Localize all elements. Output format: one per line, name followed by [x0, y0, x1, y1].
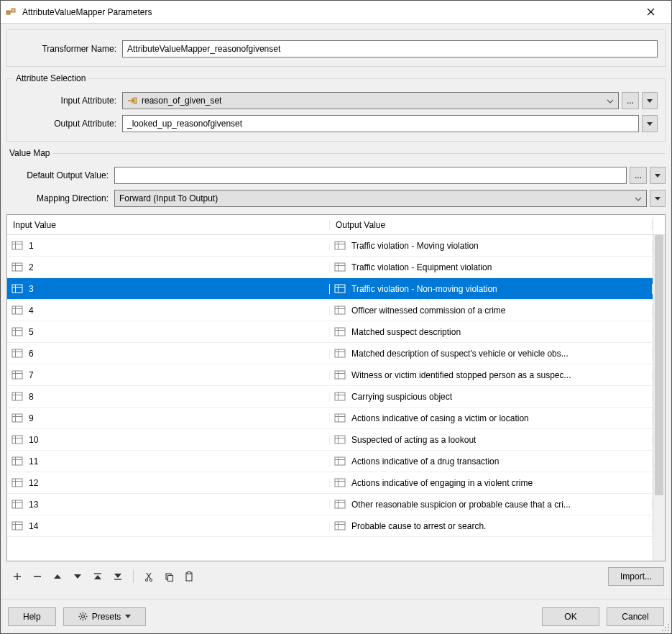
svg-rect-99	[662, 630, 663, 631]
move-up-button[interactable]	[48, 568, 67, 585]
column-header-input[interactable]: Input Value	[7, 220, 330, 230]
scissors-icon	[144, 572, 154, 582]
cell-output[interactable]: Suspected of acting as a lookout	[330, 435, 653, 445]
transformer-name-label: Transformer Name:	[14, 44, 122, 54]
move-down-button[interactable]	[68, 568, 87, 585]
cell-output[interactable]: Witness or victim identified stopped per…	[330, 370, 653, 380]
caret-down-icon	[647, 122, 653, 126]
table-row[interactable]: 10Suspected of acting as a lookout	[7, 429, 653, 451]
table-row[interactable]: 9Actions indicative of casing a victim o…	[7, 408, 653, 429]
input-attribute-combo[interactable]: reason_of_given_set	[122, 92, 619, 109]
cell-output[interactable]: Actions indicative of casing a victim or…	[330, 413, 653, 423]
cell-output-text: Actions indicative of a drug transaction	[351, 456, 499, 467]
cancel-button[interactable]: Cancel	[607, 607, 664, 626]
chevron-down-icon	[635, 193, 642, 203]
table-row[interactable]: 4 Officer witnessed commission of a crim…	[7, 300, 653, 321]
close-button[interactable]	[635, 2, 667, 22]
cell-input[interactable]: 14	[7, 521, 330, 531]
import-button[interactable]: Import...	[608, 567, 664, 586]
paste-button[interactable]	[180, 568, 198, 585]
svg-rect-95	[668, 627, 669, 628]
table-row[interactable]: 12Actions indicative of engaging in a vi…	[7, 472, 653, 494]
cell-input-text: 7	[29, 370, 34, 380]
svg-rect-97	[668, 630, 669, 631]
cell-output[interactable]: Matched description of suspect's vehicle…	[330, 349, 653, 359]
default-output-label: Default Output Value:	[6, 170, 114, 180]
input-attribute-browse-button[interactable]: ...	[622, 92, 639, 109]
table-row[interactable]: 1 Traffic violation - Moving violation	[7, 235, 653, 257]
cell-input[interactable]: 10	[7, 435, 330, 445]
cell-input[interactable]: 2	[7, 262, 330, 272]
cell-output[interactable]: Matched suspect description	[330, 327, 653, 337]
cell-input[interactable]: 11	[7, 456, 330, 467]
triangle-down-icon	[73, 574, 82, 579]
mapping-direction-value: Forward (Input To Output)	[119, 193, 218, 203]
cell-input[interactable]: 8	[7, 392, 330, 402]
output-attribute-menu-button[interactable]	[642, 115, 658, 132]
table-row[interactable]: 7Witness or victim identified stopped pe…	[7, 364, 653, 386]
mapping-direction-menu-button[interactable]	[650, 190, 666, 207]
table-row[interactable]: 5Matched suspect description	[7, 321, 653, 343]
cell-output-text: Officer witnessed commission of a crime	[351, 305, 506, 316]
cell-output[interactable]: Other reasonable suspicion or probable c…	[330, 500, 653, 510]
resize-grip-icon[interactable]	[661, 622, 671, 633]
table-body: 1 Traffic violation - Moving violation2T…	[7, 235, 653, 561]
cell-input[interactable]: 9	[7, 413, 330, 423]
value-map-group: Value Map Default Output Value: ... Mapp…	[6, 153, 666, 599]
table-row[interactable]: 3Traffic violation - Non-moving violatio…	[7, 278, 653, 300]
svg-point-87	[145, 579, 147, 581]
cell-output[interactable]: Officer witnessed commission of a crime	[330, 305, 653, 316]
svg-rect-36	[335, 349, 345, 357]
cell-output-text: Matched description of suspect's vehicle…	[351, 349, 569, 359]
cell-output[interactable]: Probable cause to arrest or search.	[330, 521, 653, 531]
svg-rect-3	[12, 242, 22, 249]
column-header-output[interactable]: Output Value	[330, 220, 653, 230]
default-output-menu-button[interactable]	[650, 167, 666, 184]
cell-input[interactable]: 3	[7, 284, 330, 294]
cell-input[interactable]: 1	[7, 241, 330, 251]
table-row[interactable]: 2Traffic violation - Equipment violation	[7, 257, 653, 278]
cell-input[interactable]: 7	[7, 370, 330, 380]
vertical-scrollbar[interactable]	[653, 235, 665, 561]
add-row-button[interactable]	[8, 568, 27, 585]
cell-output[interactable]: Actions indicative of engaging in a viol…	[330, 478, 653, 488]
table-row[interactable]: 13Other reasonable suspicion or probable…	[7, 494, 653, 515]
cell-output[interactable]: Traffic violation - Moving violation	[330, 241, 653, 251]
table-row[interactable]: 6Matched description of suspect's vehicl…	[7, 343, 653, 364]
mapping-direction-combo[interactable]: Forward (Input To Output)	[114, 190, 647, 207]
default-output-input[interactable]	[114, 167, 627, 184]
copy-button[interactable]	[160, 568, 178, 585]
cell-output[interactable]: Traffic violation - Non-moving violation	[330, 284, 653, 294]
cell-output[interactable]: Carrying suspicious object	[330, 392, 653, 402]
cell-input[interactable]: 6	[7, 349, 330, 359]
table-row[interactable]: 14 Probable cause to arrest or search.	[7, 515, 653, 537]
presets-button[interactable]: Presets	[63, 607, 147, 626]
cell-output-text: Probable cause to arrest or search.	[351, 521, 486, 531]
help-button[interactable]: Help	[8, 607, 56, 626]
table-row[interactable]: 8Carrying suspicious object	[7, 386, 653, 408]
default-output-browse-button[interactable]: ...	[630, 167, 647, 184]
svg-rect-6	[335, 242, 345, 249]
svg-rect-45	[12, 392, 22, 400]
svg-rect-54	[335, 414, 345, 422]
output-attribute-input[interactable]: _looked_up_reasonofgivenset	[122, 115, 639, 132]
cell-input[interactable]: 13	[7, 500, 330, 510]
move-bottom-button[interactable]	[109, 568, 127, 585]
cut-button[interactable]	[139, 568, 158, 585]
cell-output[interactable]: Actions indicative of a drug transaction	[330, 456, 653, 467]
transformer-name-input[interactable]: AttributeValueMapper_reasonofgivenset	[122, 40, 658, 58]
remove-row-button[interactable]	[28, 568, 47, 585]
cell-input[interactable]: 5	[7, 327, 330, 337]
cell-output[interactable]: Traffic violation - Equipment violation	[330, 262, 653, 272]
scroll-gutter	[653, 215, 665, 234]
move-top-button[interactable]	[88, 568, 107, 585]
svg-rect-18	[335, 285, 345, 293]
table-row[interactable]: 11Actions indicative of a drug transacti…	[7, 451, 653, 472]
ok-button[interactable]: OK	[542, 607, 599, 626]
cell-output-text: Other reasonable suspicion or probable c…	[351, 500, 571, 510]
cell-input[interactable]: 4	[7, 305, 330, 316]
attribute-selection-legend: Attribute Selection	[13, 73, 88, 83]
scrollbar-thumb[interactable]	[655, 235, 663, 495]
cell-input[interactable]: 12	[7, 478, 330, 488]
input-attribute-menu-button[interactable]	[642, 92, 658, 109]
